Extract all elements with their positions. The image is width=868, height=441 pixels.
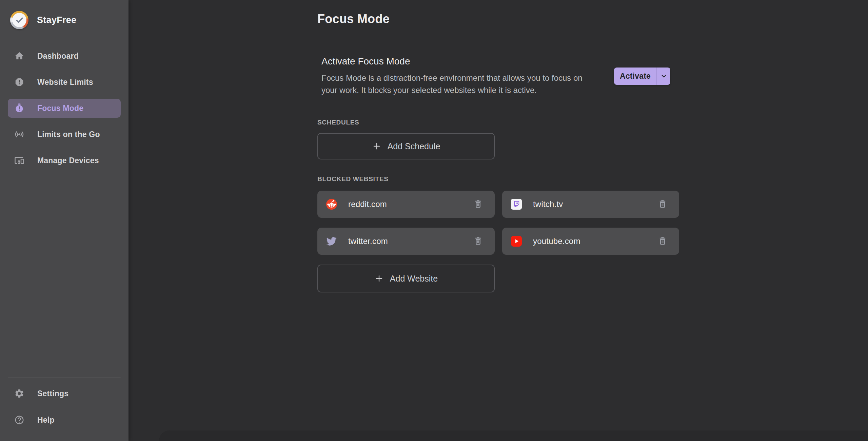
activate-heading: Activate Focus Mode <box>321 56 583 67</box>
delete-site-button[interactable] <box>473 199 483 210</box>
sidebar-item-label: Help <box>37 416 55 425</box>
app-name: StayFree <box>37 15 76 25</box>
delete-site-button[interactable] <box>473 236 483 247</box>
site-name: twitch.tv <box>533 199 563 209</box>
activate-description: Focus Mode is a distraction-free environ… <box>321 72 583 96</box>
sidebar-item-website-limits[interactable]: Website Limits <box>8 73 121 92</box>
devices-icon <box>14 155 24 166</box>
broadcast-icon <box>14 129 24 139</box>
blocked-websites-list: reddit.com twitch.tv <box>317 191 679 292</box>
sidebar-item-label: Website Limits <box>37 78 93 87</box>
site-name: twitter.com <box>348 236 388 246</box>
sidebar-item-limits-on-the-go[interactable]: Limits on the Go <box>8 125 121 144</box>
home-icon <box>14 51 24 61</box>
trash-icon <box>658 236 667 246</box>
sidebar-item-dashboard[interactable]: Dashboard <box>8 46 121 65</box>
activate-options-button[interactable] <box>656 68 670 85</box>
page-title: Focus Mode <box>317 0 679 26</box>
blocked-websites-label: BLOCKED WEBSITES <box>317 175 679 183</box>
reddit-icon <box>326 199 337 210</box>
delete-site-button[interactable] <box>657 236 668 247</box>
trash-icon <box>658 199 667 209</box>
activate-section: Activate Focus Mode Focus Mode is a dist… <box>317 56 679 96</box>
sidebar-item-label: Limits on the Go <box>37 130 100 139</box>
activate-split-button: Activate <box>614 68 670 85</box>
schedules-label: SCHEDULES <box>317 119 679 126</box>
twitter-icon <box>326 236 337 247</box>
main-area: Focus Mode Activate Focus Mode Focus Mod… <box>129 0 868 441</box>
sidebar-item-label: Dashboard <box>37 52 79 61</box>
sidebar-item-focus-mode[interactable]: Focus Mode <box>8 99 121 118</box>
sidebar-item-help[interactable]: Help <box>8 410 121 429</box>
sidebar-item-label: Focus Mode <box>37 104 83 113</box>
activate-description-line: your work. It blocks your selected websi… <box>321 84 583 96</box>
blocked-site-youtube: youtube.com <box>502 228 679 255</box>
sidebar-item-manage-devices[interactable]: Manage Devices <box>8 151 121 170</box>
timer-icon <box>14 103 24 113</box>
blocked-site-reddit: reddit.com <box>317 191 495 218</box>
trash-icon <box>473 236 483 246</box>
stayfree-logo-icon <box>10 11 28 29</box>
alert-octagon-icon <box>14 77 24 87</box>
plus-icon <box>372 141 381 151</box>
twitch-icon <box>511 199 522 210</box>
activate-description-line: Focus Mode is a distraction-free environ… <box>321 72 583 84</box>
focus-mode-page: Focus Mode Activate Focus Mode Focus Mod… <box>317 0 679 292</box>
bottom-panel-edge <box>159 430 868 441</box>
delete-site-button[interactable] <box>657 199 668 210</box>
sidebar-item-label: Settings <box>37 389 68 398</box>
help-circle-icon <box>14 415 24 425</box>
sidebar-footer: Settings Help <box>0 378 129 441</box>
site-name: youtube.com <box>533 236 580 246</box>
app-logo: StayFree <box>0 0 129 29</box>
blocked-site-twitch: twitch.tv <box>502 191 679 218</box>
chevron-down-icon <box>660 72 668 80</box>
add-website-button[interactable]: Add Website <box>317 265 495 292</box>
plus-icon <box>374 274 384 283</box>
youtube-icon <box>511 236 522 247</box>
site-name: reddit.com <box>348 199 387 209</box>
activate-text: Activate Focus Mode Focus Mode is a dist… <box>317 56 583 96</box>
sidebar-item-settings[interactable]: Settings <box>8 384 121 403</box>
gear-icon <box>14 388 24 399</box>
sidebar-item-label: Manage Devices <box>37 156 99 165</box>
trash-icon <box>473 199 483 209</box>
add-website-label: Add Website <box>390 274 438 284</box>
sidebar-nav: Dashboard Website Limits Focus Mode <box>0 46 129 170</box>
blocked-site-twitter: twitter.com <box>317 228 495 255</box>
sidebar: StayFree Dashboard Website Limits <box>0 0 129 441</box>
activate-button[interactable]: Activate <box>614 68 656 85</box>
sidebar-divider <box>8 378 121 378</box>
add-schedule-label: Add Schedule <box>388 141 440 151</box>
add-schedule-button[interactable]: Add Schedule <box>317 133 495 159</box>
